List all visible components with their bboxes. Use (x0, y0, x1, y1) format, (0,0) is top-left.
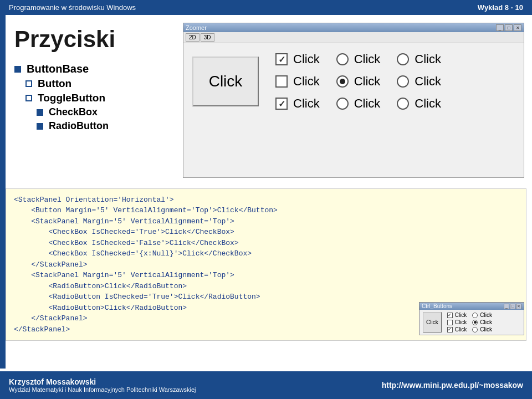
zoomer-win-buttons: _ □ ✕ (496, 24, 521, 31)
checkbox-row-2: Click (275, 96, 320, 111)
nav-item-radiobutton: RadioButton (37, 120, 177, 132)
nav-item-checkbox: CheckBox (37, 106, 177, 118)
zoomer-window: Zoomer _ □ ✕ 2D 3D Click Click (183, 23, 524, 178)
code-line-7: <StackPanel Margin='5' VerticalAlignment… (14, 270, 518, 281)
small-rb-0[interactable] (472, 313, 478, 318)
checkbox-1[interactable] (275, 75, 288, 88)
footer-dept: Wydział Matematyki i Nauk Informacyjnych… (9, 386, 196, 393)
small-checkbox-controls: Click Click Click (447, 312, 467, 332)
bullet-icon-checkbox (37, 109, 43, 116)
small-body: Click Click Click Click C (420, 310, 524, 335)
small-radio-controls: Click Click Click (472, 312, 492, 332)
small-maximize[interactable]: □ (510, 304, 515, 309)
small-minimize[interactable]: _ (504, 304, 509, 309)
small-cb-2[interactable] (447, 327, 453, 332)
zoomer-body: Click Click Click Click (183, 43, 524, 120)
nav-label-radiobutton: RadioButton (49, 120, 109, 132)
small-ctrl-window: Ctrl_Buttons _ □ ✕ Click Click Click (419, 302, 524, 335)
small-cb-1[interactable] (447, 320, 453, 325)
radio-right-1[interactable] (397, 75, 409, 88)
checkbox-2[interactable] (275, 98, 288, 110)
header-lecture: Wykład 8 - 10 (478, 3, 523, 12)
code-line-9: <RadioButton IsChecked='True'>Click</Rad… (14, 291, 518, 303)
checkbox-label-1: Click (293, 74, 320, 89)
nav-item-buttonbase: ButtonBase (14, 63, 177, 75)
code-line-1: <Button Margin='5' VerticalAlignment='To… (14, 205, 518, 216)
small-rb-label-0: Click (480, 312, 492, 318)
code-line-2: <StackPanel Margin='5' VerticalAlignment… (14, 216, 518, 227)
small-rb-1[interactable] (472, 320, 478, 325)
radio-right-2[interactable] (397, 98, 409, 110)
checkbox-0[interactable] (275, 53, 288, 65)
radio-left-label-2: Click (354, 96, 381, 111)
checkbox-label-0: Click (293, 52, 320, 66)
bullet-icon-radiobutton (37, 123, 43, 130)
footer-url: http://www.mini.pw.edu.pl/~mossakow (382, 381, 523, 390)
code-line-5: <CheckBox IsChecked='{x:Null}'>Click</Ch… (14, 248, 518, 259)
small-cb-row-2: Click (447, 326, 467, 332)
bullet-icon-togglebutton (25, 95, 32, 101)
zoomer-titlebar: Zoomer _ □ ✕ (183, 23, 524, 32)
small-cb-0[interactable] (447, 313, 453, 318)
small-rb-label-1: Click (480, 319, 492, 325)
radio-left-0[interactable] (336, 53, 349, 65)
radio-left-label-0: Click (354, 52, 381, 66)
checkbox-label-2: Click (293, 96, 320, 111)
zoomer-title: Zoomer (186, 24, 207, 31)
minimize-button[interactable]: _ (496, 24, 504, 31)
toolbar-3d-button[interactable]: 3D (201, 33, 214, 42)
small-rb-row-2: Click (472, 326, 492, 332)
small-click-button[interactable]: Click (423, 312, 442, 332)
nav-label-togglebutton: ToggleButton (38, 92, 105, 104)
small-cb-row-1: Click (447, 319, 467, 325)
code-line-3: <CheckBox IsChecked='True'>Click</CheckB… (14, 227, 518, 238)
radio-right-group: Click Click Click (397, 52, 441, 111)
small-rb-row-0: Click (472, 312, 492, 318)
checkbox-row-0: Click (275, 52, 320, 66)
small-rb-row-1: Click (472, 319, 492, 325)
radio-right-label-1: Click (415, 74, 441, 89)
small-rb-2[interactable] (472, 327, 478, 332)
checkbox-row-1: Click (275, 74, 320, 89)
nav-item-togglebutton: ToggleButton (25, 92, 177, 104)
small-rb-label-2: Click (480, 326, 492, 332)
small-title: Ctrl_Buttons (422, 303, 452, 309)
small-cb-label-1: Click (455, 319, 467, 325)
radio-right-label-2: Click (415, 96, 441, 111)
small-cb-label-2: Click (455, 326, 467, 332)
nav-label-checkbox: CheckBox (49, 106, 98, 118)
header-course: Programowanie w środowisku Windows (9, 3, 136, 12)
maximize-button[interactable]: □ (505, 24, 513, 31)
radio-right-row-1: Click (397, 74, 441, 89)
bullet-icon-buttonbase (14, 66, 21, 73)
radio-left-row-1: Click (336, 74, 381, 89)
page-title: Przyciski (14, 26, 177, 53)
radio-left-row-0: Click (336, 52, 381, 66)
nav-item-button: Button (25, 78, 177, 90)
header: Programowanie w środowisku Windows Wykła… (0, 0, 532, 15)
zoomer-toolbar: 2D 3D (183, 32, 524, 43)
code-line-8: <RadioButton>Click</RadioButton> (14, 281, 518, 292)
checkbox-group: Click Click Click (275, 52, 320, 111)
small-cb-row-0: Click (447, 312, 467, 318)
bullet-icon-button (25, 80, 32, 87)
small-close[interactable]: ✕ (516, 304, 521, 309)
radio-right-row-0: Click (397, 52, 441, 66)
left-panel: Przyciski ButtonBase Button ToggleButton… (0, 15, 188, 145)
radio-left-group: Click Click Click (336, 52, 381, 111)
nav-list: ButtonBase Button ToggleButton CheckBox … (14, 63, 177, 132)
footer-left: Krzysztof Mossakowski Wydział Matematyki… (9, 377, 196, 393)
close-button[interactable]: ✕ (514, 24, 521, 31)
footer: Krzysztof Mossakowski Wydział Matematyki… (0, 371, 532, 399)
radio-left-1[interactable] (336, 75, 349, 88)
big-click-button[interactable]: Click (192, 57, 259, 106)
nav-label-buttonbase: ButtonBase (27, 63, 89, 75)
radio-right-label-0: Click (415, 52, 441, 66)
radio-right-0[interactable] (397, 53, 409, 65)
small-cb-label-0: Click (455, 312, 467, 318)
radio-left-row-2: Click (336, 96, 381, 111)
radio-left-2[interactable] (336, 98, 349, 110)
radio-right-row-2: Click (397, 96, 441, 111)
footer-name: Krzysztof Mossakowski (9, 377, 196, 386)
code-line-0: <StackPanel Orientation='Horizontal'> (14, 195, 518, 206)
